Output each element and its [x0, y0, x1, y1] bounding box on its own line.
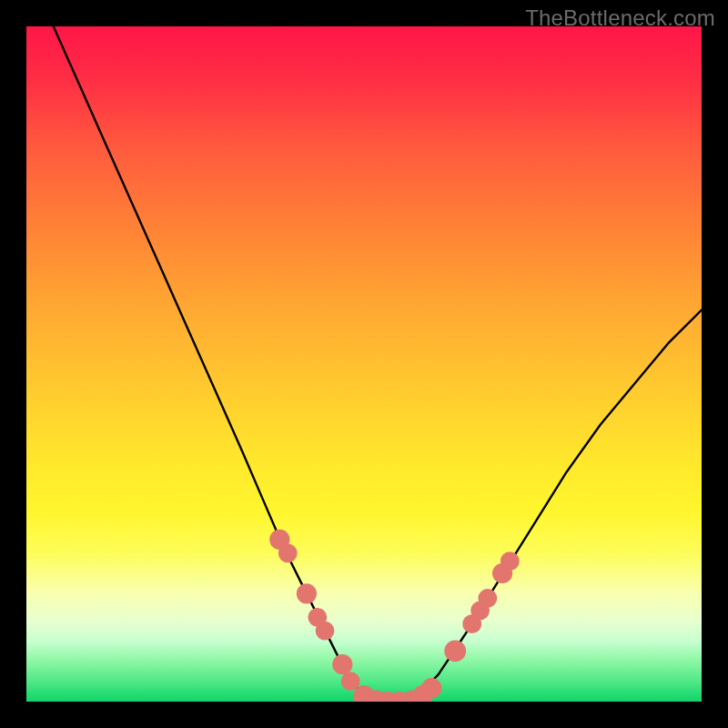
watermark-text: TheBottleneck.com	[525, 5, 715, 31]
data-marker	[297, 583, 317, 603]
plot-area	[26, 26, 702, 702]
data-marker	[421, 678, 441, 698]
chart-frame: TheBottleneck.com	[0, 0, 728, 728]
bottleneck-chart	[26, 26, 702, 702]
data-marker	[316, 622, 335, 641]
data-marker	[332, 654, 352, 674]
data-marker	[478, 589, 497, 608]
data-marker	[444, 641, 466, 662]
data-marker	[278, 543, 298, 562]
bottleneck-curve	[54, 26, 702, 702]
data-marker	[500, 551, 520, 571]
